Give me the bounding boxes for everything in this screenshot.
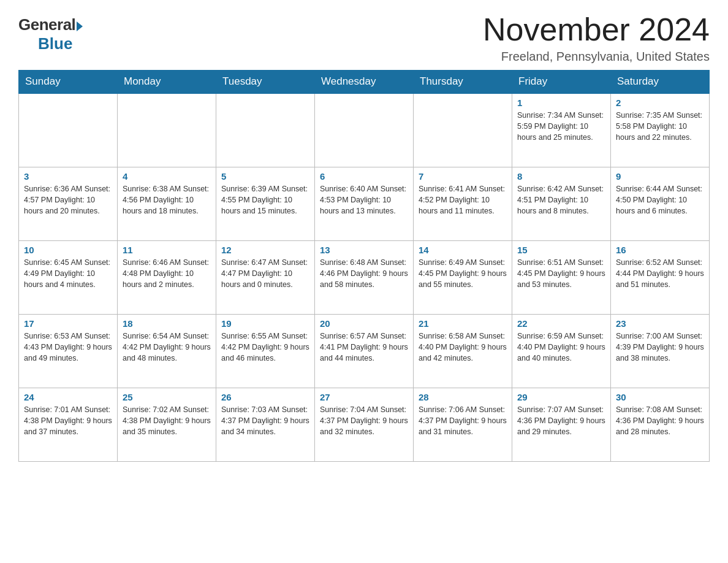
calendar-cell: 8Sunrise: 6:42 AM Sunset: 4:51 PM Daylig…: [512, 167, 611, 240]
day-info: Sunrise: 6:48 AM Sunset: 4:46 PM Dayligh…: [320, 257, 408, 290]
day-info: Sunrise: 6:40 AM Sunset: 4:53 PM Dayligh…: [320, 183, 408, 216]
page-header: General Blue November 2024 Freeland, Pen…: [18, 12, 710, 64]
day-number: 2: [616, 98, 704, 108]
calendar-cell: 27Sunrise: 7:04 AM Sunset: 4:37 PM Dayli…: [315, 388, 414, 461]
day-number: 12: [221, 245, 309, 255]
day-info: Sunrise: 6:45 AM Sunset: 4:49 PM Dayligh…: [24, 257, 112, 290]
calendar-cell: 28Sunrise: 7:06 AM Sunset: 4:37 PM Dayli…: [414, 388, 512, 461]
day-number: 18: [123, 318, 211, 329]
calendar-cell: 6Sunrise: 6:40 AM Sunset: 4:53 PM Daylig…: [315, 167, 414, 240]
day-info: Sunrise: 6:55 AM Sunset: 4:42 PM Dayligh…: [221, 331, 309, 364]
calendar-week-5: 24Sunrise: 7:01 AM Sunset: 4:38 PM Dayli…: [19, 388, 710, 461]
logo-blue-text: Blue: [38, 34, 72, 53]
day-info: Sunrise: 6:51 AM Sunset: 4:45 PM Dayligh…: [517, 257, 605, 290]
logo-general: General: [18, 15, 83, 34]
calendar-cell: [19, 93, 118, 167]
day-number: 16: [616, 245, 704, 255]
day-number: 5: [221, 171, 309, 182]
day-info: Sunrise: 6:47 AM Sunset: 4:47 PM Dayligh…: [221, 257, 309, 290]
day-info: Sunrise: 6:36 AM Sunset: 4:57 PM Dayligh…: [24, 183, 112, 216]
logo-general-text: General: [18, 15, 75, 34]
calendar-cell: 19Sunrise: 6:55 AM Sunset: 4:42 PM Dayli…: [216, 314, 315, 388]
day-info: Sunrise: 6:39 AM Sunset: 4:55 PM Dayligh…: [221, 183, 309, 216]
calendar-cell: 15Sunrise: 6:51 AM Sunset: 4:45 PM Dayli…: [512, 240, 611, 314]
calendar-cell: 20Sunrise: 6:57 AM Sunset: 4:41 PM Dayli…: [315, 314, 414, 388]
day-number: 3: [24, 171, 112, 182]
day-number: 11: [123, 245, 211, 255]
calendar-week-1: 1Sunrise: 7:34 AM Sunset: 5:59 PM Daylig…: [19, 93, 710, 167]
day-info: Sunrise: 6:54 AM Sunset: 4:42 PM Dayligh…: [123, 331, 211, 364]
logo: General Blue: [18, 12, 83, 53]
calendar-cell: 5Sunrise: 6:39 AM Sunset: 4:55 PM Daylig…: [216, 167, 315, 240]
calendar-cell: 30Sunrise: 7:08 AM Sunset: 4:36 PM Dayli…: [611, 388, 710, 461]
day-info: Sunrise: 6:38 AM Sunset: 4:56 PM Dayligh…: [123, 183, 211, 216]
day-number: 28: [419, 392, 507, 402]
day-number: 9: [616, 171, 704, 182]
calendar-cell: 26Sunrise: 7:03 AM Sunset: 4:37 PM Dayli…: [216, 388, 315, 461]
calendar-cell: 21Sunrise: 6:58 AM Sunset: 4:40 PM Dayli…: [414, 314, 512, 388]
day-number: 30: [616, 392, 704, 402]
day-info: Sunrise: 7:06 AM Sunset: 4:37 PM Dayligh…: [419, 404, 507, 437]
calendar-cell: 2Sunrise: 7:35 AM Sunset: 5:58 PM Daylig…: [611, 93, 710, 167]
calendar-cell: 7Sunrise: 6:41 AM Sunset: 4:52 PM Daylig…: [414, 167, 512, 240]
day-number: 20: [320, 318, 408, 329]
day-info: Sunrise: 7:02 AM Sunset: 4:38 PM Dayligh…: [123, 404, 211, 437]
day-info: Sunrise: 7:03 AM Sunset: 4:37 PM Dayligh…: [221, 404, 309, 437]
header-wednesday: Wednesday: [315, 71, 414, 94]
day-number: 4: [123, 171, 211, 182]
title-section: November 2024 Freeland, Pennsylvania, Un…: [483, 12, 710, 64]
calendar-cell: [216, 93, 315, 167]
calendar-cell: 18Sunrise: 6:54 AM Sunset: 4:42 PM Dayli…: [118, 314, 216, 388]
calendar-cell: 4Sunrise: 6:38 AM Sunset: 4:56 PM Daylig…: [118, 167, 216, 240]
header-thursday: Thursday: [414, 71, 512, 94]
day-number: 7: [419, 171, 507, 182]
day-number: 10: [24, 245, 112, 255]
calendar-header-row: Sunday Monday Tuesday Wednesday Thursday…: [19, 71, 710, 94]
calendar-cell: 1Sunrise: 7:34 AM Sunset: 5:59 PM Daylig…: [512, 93, 611, 167]
day-info: Sunrise: 6:59 AM Sunset: 4:40 PM Dayligh…: [517, 331, 605, 364]
day-info: Sunrise: 6:53 AM Sunset: 4:43 PM Dayligh…: [24, 331, 112, 364]
day-number: 6: [320, 171, 408, 182]
day-info: Sunrise: 6:58 AM Sunset: 4:40 PM Dayligh…: [419, 331, 507, 364]
day-number: 19: [221, 318, 309, 329]
calendar-cell: 17Sunrise: 6:53 AM Sunset: 4:43 PM Dayli…: [19, 314, 118, 388]
day-number: 22: [517, 318, 605, 329]
day-number: 15: [517, 245, 605, 255]
calendar-week-2: 3Sunrise: 6:36 AM Sunset: 4:57 PM Daylig…: [19, 167, 710, 240]
calendar-cell: 24Sunrise: 7:01 AM Sunset: 4:38 PM Dayli…: [19, 388, 118, 461]
day-info: Sunrise: 6:44 AM Sunset: 4:50 PM Dayligh…: [616, 183, 704, 216]
day-number: 14: [419, 245, 507, 255]
day-number: 23: [616, 318, 704, 329]
day-number: 24: [24, 392, 112, 402]
calendar-cell: 3Sunrise: 6:36 AM Sunset: 4:57 PM Daylig…: [19, 167, 118, 240]
day-info: Sunrise: 7:01 AM Sunset: 4:38 PM Dayligh…: [24, 404, 112, 437]
header-tuesday: Tuesday: [216, 71, 315, 94]
calendar-cell: 10Sunrise: 6:45 AM Sunset: 4:49 PM Dayli…: [19, 240, 118, 314]
calendar-cell: 23Sunrise: 7:00 AM Sunset: 4:39 PM Dayli…: [611, 314, 710, 388]
calendar-cell: 14Sunrise: 6:49 AM Sunset: 4:45 PM Dayli…: [414, 240, 512, 314]
calendar-week-4: 17Sunrise: 6:53 AM Sunset: 4:43 PM Dayli…: [19, 314, 710, 388]
logo-arrow-icon: [77, 21, 83, 31]
header-monday: Monday: [118, 71, 216, 94]
day-number: 27: [320, 392, 408, 402]
calendar-cell: [118, 93, 216, 167]
day-number: 21: [419, 318, 507, 329]
day-info: Sunrise: 6:52 AM Sunset: 4:44 PM Dayligh…: [616, 257, 704, 290]
calendar-cell: 16Sunrise: 6:52 AM Sunset: 4:44 PM Dayli…: [611, 240, 710, 314]
day-info: Sunrise: 6:49 AM Sunset: 4:45 PM Dayligh…: [419, 257, 507, 290]
calendar-cell: 9Sunrise: 6:44 AM Sunset: 4:50 PM Daylig…: [611, 167, 710, 240]
header-friday: Friday: [512, 71, 611, 94]
calendar-cell: 29Sunrise: 7:07 AM Sunset: 4:36 PM Dayli…: [512, 388, 611, 461]
day-info: Sunrise: 6:57 AM Sunset: 4:41 PM Dayligh…: [320, 331, 408, 364]
day-number: 26: [221, 392, 309, 402]
day-number: 1: [517, 98, 605, 108]
header-sunday: Sunday: [19, 71, 118, 94]
day-info: Sunrise: 6:46 AM Sunset: 4:48 PM Dayligh…: [123, 257, 211, 290]
calendar-cell: [414, 93, 512, 167]
day-number: 17: [24, 318, 112, 329]
calendar-cell: 13Sunrise: 6:48 AM Sunset: 4:46 PM Dayli…: [315, 240, 414, 314]
calendar-table: Sunday Monday Tuesday Wednesday Thursday…: [18, 70, 710, 462]
day-info: Sunrise: 6:42 AM Sunset: 4:51 PM Dayligh…: [517, 183, 605, 216]
day-info: Sunrise: 7:04 AM Sunset: 4:37 PM Dayligh…: [320, 404, 408, 437]
calendar-cell: 12Sunrise: 6:47 AM Sunset: 4:47 PM Dayli…: [216, 240, 315, 314]
